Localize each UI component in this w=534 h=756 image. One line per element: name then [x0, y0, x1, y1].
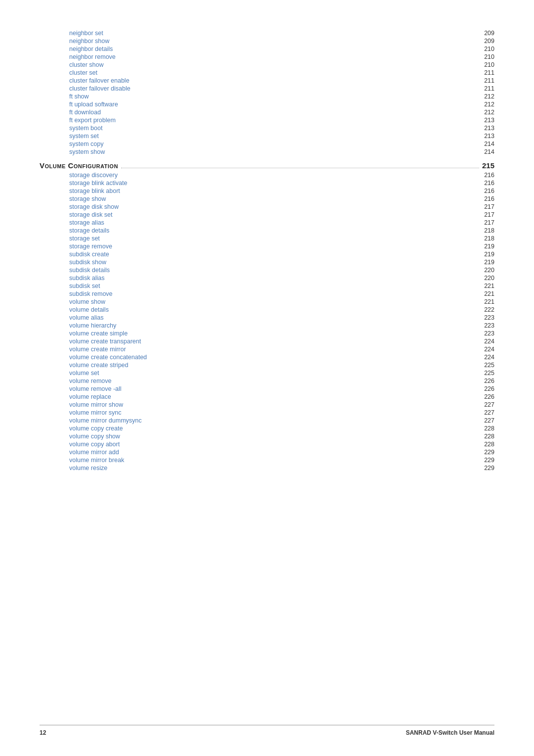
entry-label: storage disk show [69, 203, 119, 210]
list-item: storage blink activate 216 [69, 180, 494, 187]
page-number: 226 [484, 393, 494, 400]
top-entries: neighbor set 209 neighbor show 209 neigh… [40, 30, 494, 155]
entry-label: volume create mirror [69, 346, 126, 353]
entry-label: volume replace [69, 393, 111, 400]
page-number: 214 [484, 148, 494, 155]
page-number: 216 [484, 172, 494, 179]
list-item: volume create simple 223 [69, 330, 494, 337]
list-item: neighbor set 209 [69, 30, 494, 37]
list-item: ft download 212 [69, 109, 494, 116]
dots [121, 454, 482, 454]
page-number: 212 [484, 109, 494, 116]
entry-label: storage disk set [69, 211, 113, 218]
list-item: system boot 213 [69, 125, 494, 132]
dots [126, 462, 482, 462]
entry-label: volume mirror dummysync [69, 417, 142, 424]
dots [114, 248, 482, 248]
page-number: 224 [484, 346, 494, 353]
page-number: 213 [484, 125, 494, 132]
list-item: volume alias 223 [69, 314, 494, 321]
dots [108, 264, 482, 264]
page-number: 218 [484, 235, 494, 242]
entry-label: volume details [69, 306, 109, 313]
list-item: neighbor remove 210 [69, 53, 494, 60]
entry-label: storage alias [69, 219, 104, 226]
dots [108, 200, 482, 201]
dots [105, 319, 482, 320]
entry-label: volume copy create [69, 425, 123, 432]
dots [107, 280, 483, 280]
entry-label: volume copy show [69, 433, 120, 440]
dots [120, 177, 482, 177]
entry-label: ft show [69, 93, 89, 100]
entry-label: storage discovery [69, 172, 118, 179]
page-number: 211 [484, 69, 494, 76]
list-item: subdisk alias 220 [69, 275, 494, 282]
list-item: subdisk details 220 [69, 267, 494, 274]
dots [131, 367, 483, 367]
dots [115, 216, 483, 217]
page-number: 227 [484, 401, 494, 408]
dots [133, 90, 482, 91]
list-item: subdisk remove 221 [69, 290, 494, 297]
entry-label: system show [69, 148, 105, 155]
entry-label: volume copy abort [69, 441, 120, 448]
footer: 12 SANRAD V-Switch User Manual [40, 725, 494, 736]
list-item: volume create mirror 224 [69, 346, 494, 353]
page-number: 219 [484, 259, 494, 266]
page-number: 229 [484, 457, 494, 464]
entry-label: storage remove [69, 243, 112, 250]
entry-label: volume show [69, 298, 105, 305]
page-number: 218 [484, 227, 494, 234]
page-number: 209 [484, 38, 494, 45]
dots [118, 122, 482, 122]
list-item: system show 214 [69, 148, 494, 155]
list-item: subdisk set 221 [69, 283, 494, 289]
page-number: 213 [484, 133, 494, 140]
entry-label: volume mirror sync [69, 409, 122, 416]
dots [113, 398, 482, 399]
entry-label: volume set [69, 370, 99, 377]
dots [129, 185, 482, 185]
list-item: storage blink abort 216 [69, 188, 494, 194]
list-item: volume details 222 [69, 306, 494, 313]
page-number: 221 [484, 283, 494, 289]
dots [111, 232, 482, 233]
page-number: 217 [484, 219, 494, 226]
page-number: 217 [484, 211, 494, 218]
dots [107, 303, 482, 304]
list-item: volume mirror sync 227 [69, 409, 494, 416]
list-item: volume set 225 [69, 370, 494, 377]
page-number: 224 [484, 338, 494, 345]
list-item: storage discovery 216 [69, 172, 494, 179]
section-page: 215 [482, 161, 494, 170]
entry-label: cluster failover disable [69, 85, 131, 92]
footer-title: SANRAD V-Switch User Manual [406, 729, 494, 736]
dots [120, 106, 482, 106]
entry-label: ft upload software [69, 101, 118, 108]
list-item: volume create striped 225 [69, 362, 494, 369]
dots [144, 422, 483, 423]
list-item: cluster failover disable 211 [69, 85, 494, 92]
page-container: neighbor set 209 neighbor show 209 neigh… [0, 0, 534, 512]
entry-label: neighbor show [69, 38, 109, 45]
entry-label: subdisk details [69, 267, 110, 274]
dots [125, 406, 482, 407]
list-item: volume resize 229 [69, 465, 494, 472]
entry-label: system copy [69, 141, 103, 147]
dots [105, 145, 482, 146]
dots [122, 446, 482, 446]
list-item: system copy 214 [69, 141, 494, 147]
dots [115, 295, 483, 296]
page-number: 228 [484, 441, 494, 448]
entry-label: volume resize [69, 465, 107, 472]
entry-label: volume create striped [69, 362, 129, 369]
list-item: cluster set 211 [69, 69, 494, 76]
dots [124, 390, 483, 391]
list-item: volume mirror dummysync 227 [69, 417, 494, 424]
section-dots [121, 168, 479, 168]
entry-label: volume create transparent [69, 338, 141, 345]
dots [104, 130, 482, 130]
page-number: 221 [484, 298, 494, 305]
list-item: volume copy create 228 [69, 425, 494, 432]
